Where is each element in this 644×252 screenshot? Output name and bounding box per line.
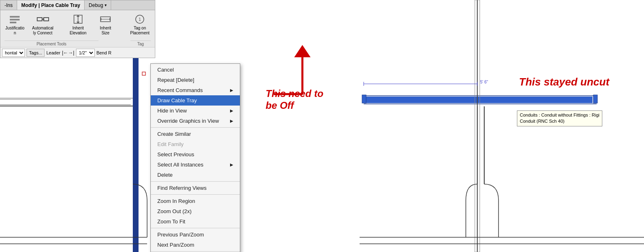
auto-connect-label: Automatically Connect — [32, 26, 54, 36]
leader-icon: |←→| — [62, 50, 74, 56]
menu-separator-1 — [151, 127, 240, 128]
menu-next-pan-zoom[interactable]: Next Pan/Zoom — [151, 240, 240, 250]
ribbon-tab-row: -Ins Modify | Place Cable Tray Debug ▾ — [0, 0, 155, 10]
tooltip-line1: Conduits : Conduit without Fittings : Ri… — [520, 112, 599, 118]
menu-override-graphics[interactable]: Override Graphics in View ▶ — [151, 116, 240, 126]
svg-rect-28 — [10, 22, 16, 23]
svg-rect-26 — [10, 16, 20, 18]
svg-rect-27 — [10, 19, 20, 20]
menu-zoom-fit[interactable]: Zoom To Fit — [151, 216, 240, 227]
menu-edit-family: Edit Family — [151, 139, 240, 149]
ribbon-toolbar-row: hontal Tags... Leader |←→| 1/2" Bend R — [0, 47, 155, 58]
justification-icon — [8, 13, 21, 26]
menu-recent-commands[interactable]: Recent Commands ▶ — [151, 85, 240, 95]
menu-hide-in-view[interactable]: Hide in View ▶ — [151, 106, 240, 116]
annotation-text-right: This stayed uncut — [519, 76, 609, 88]
svg-rect-15 — [593, 95, 597, 103]
ribbon-content: Justification Automatically Connect — [0, 10, 155, 47]
inherit-elevation-button[interactable]: Inherit Elevation — [65, 12, 91, 36]
context-menu: Cancel Repeat [Delete] Recent Commands ▶… — [150, 63, 240, 252]
tab-debug[interactable]: Debug ▾ — [85, 0, 111, 10]
menu-separator-4 — [151, 228, 240, 228]
menu-previous-pan-zoom[interactable]: Previous Pan/Zoom — [151, 230, 240, 240]
dimension-right: 5' 6" — [480, 80, 488, 84]
inherit-size-icon — [99, 13, 112, 26]
menu-select-previous[interactable]: Select Previous — [151, 149, 240, 160]
menu-zoom-in[interactable]: Zoom In Region — [151, 196, 240, 206]
tab-modify-place-cable-tray[interactable]: Modify | Place Cable Tray — [17, 0, 85, 10]
hide-in-view-arrow: ▶ — [230, 108, 233, 113]
menu-zoom-out[interactable]: Zoom Out (2x) — [151, 206, 240, 216]
menu-find-referring-views[interactable]: Find Referring Views — [151, 183, 240, 193]
tag-group-label: Tag — [130, 40, 151, 46]
menu-draw-cable-tray[interactable]: Draw Cable Tray — [151, 95, 240, 106]
justification-label: Justification — [4, 26, 25, 36]
menu-separator-3 — [151, 194, 240, 195]
leader-label: Leader — [46, 50, 60, 55]
select-all-arrow: ▶ — [230, 162, 233, 167]
tag-placement-label: Tag on Placement — [129, 26, 151, 36]
tag-placement-icon: 1 — [133, 13, 146, 26]
menu-create-similar[interactable]: Create Similar — [151, 129, 240, 139]
auto-connect-icon — [36, 13, 49, 26]
inherit-size-label: Inherit Size — [96, 26, 116, 36]
recent-commands-arrow: ▶ — [230, 88, 233, 92]
justification-button[interactable]: Justification — [3, 12, 27, 36]
size-select[interactable]: 1/2" — [76, 49, 95, 57]
placement-tools-label: Placement Tools — [4, 40, 98, 46]
menu-repeat-delete[interactable]: Repeat [Delete] — [151, 75, 240, 85]
svg-rect-29 — [37, 18, 42, 21]
inherit-size-button[interactable]: Inherit Size — [94, 12, 117, 36]
tags-button[interactable]: Tags... — [27, 49, 45, 57]
inherit-elevation-label: Inherit Elevation — [67, 26, 89, 36]
annotation-arrow-left — [270, 41, 335, 98]
tooltip-box: Conduits : Conduit without Fittings : Ri… — [517, 110, 602, 126]
menu-separator-2 — [151, 181, 240, 182]
svg-rect-25 — [142, 72, 145, 75]
auto-connect-button[interactable]: Automatically Connect — [30, 12, 56, 36]
tag-placement-button[interactable]: 1 Tag on Placement — [127, 12, 152, 36]
bend-label: Bend R — [96, 50, 112, 55]
menu-cancel[interactable]: Cancel — [151, 65, 240, 75]
svg-text:1: 1 — [139, 17, 141, 22]
tab-ins[interactable]: -Ins — [0, 0, 17, 10]
menu-separator-5 — [151, 251, 240, 252]
tooltip-line2: Conduit (RNC Sch 40) — [520, 118, 599, 124]
svg-rect-14 — [362, 95, 366, 103]
orientation-select[interactable]: hontal — [2, 49, 25, 57]
svg-rect-11 — [364, 97, 593, 103]
menu-select-all-instances[interactable]: Select All Instances ▶ — [151, 160, 240, 170]
override-graphics-arrow: ▶ — [230, 119, 233, 123]
svg-marker-44 — [294, 45, 311, 57]
ribbon-toolbar: -Ins Modify | Place Cable Tray Debug ▾ J… — [0, 0, 155, 58]
menu-delete[interactable]: Delete — [151, 170, 240, 180]
inherit-elevation-icon — [72, 13, 85, 26]
